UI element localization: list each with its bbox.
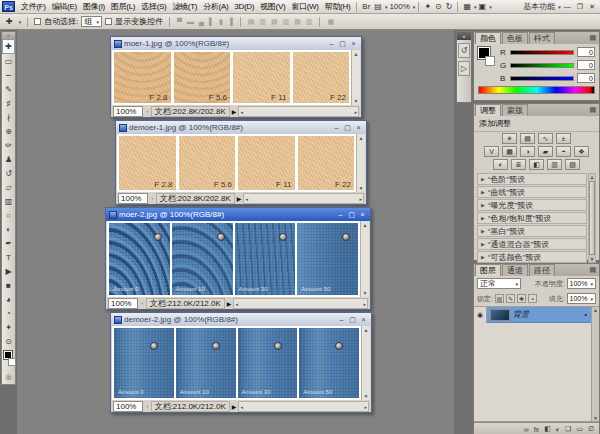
arrange-documents-icon[interactable]: ▦: [461, 0, 473, 14]
zoom-percent-field[interactable]: 100%: [108, 298, 138, 309]
eraser-tool[interactable]: ▱: [2, 180, 15, 194]
invert-icon[interactable]: ◐: [493, 159, 508, 170]
curves-icon[interactable]: ∿: [538, 133, 553, 144]
rect-marquee-tool[interactable]: ▭: [2, 54, 15, 68]
gradient-tool[interactable]: ▥: [2, 194, 15, 208]
auto-select-checkbox[interactable]: [34, 18, 41, 25]
window-close-button[interactable]: ×: [358, 211, 367, 218]
clone-stamp-tool[interactable]: ♟: [2, 152, 15, 166]
fill-field[interactable]: 100%▾: [567, 293, 596, 304]
3d-orbit-tool[interactable]: ◔: [2, 306, 15, 320]
posterize-icon[interactable]: ≣: [511, 159, 526, 170]
align-vcenter-icon[interactable]: ▬: [186, 18, 195, 25]
vertical-scrollbar[interactable]: ▲▼: [351, 50, 360, 105]
menu-window[interactable]: 窗口(W): [288, 0, 321, 14]
preset-channel-mixer[interactable]: ▶“通道混合器”预设: [477, 238, 587, 250]
canvas-area[interactable]: Amount 0 Amount 10 Amount 30 Amount 50: [107, 221, 360, 297]
app-minimize-button[interactable]: —: [561, 3, 574, 10]
preset-selective-color[interactable]: ▶“可选颜色”预设: [477, 251, 587, 263]
distribute-left-icon[interactable]: ▥: [282, 18, 291, 26]
3d-rotate-tool[interactable]: ◕: [2, 292, 15, 306]
blue-slider[interactable]: [510, 76, 574, 81]
layer-visibility-toggle[interactable]: ◉: [474, 307, 487, 323]
scroll-up-icon[interactable]: ▲: [590, 174, 595, 180]
tab-layers[interactable]: 图层: [475, 264, 501, 276]
menu-file[interactable]: 文件(F): [18, 0, 49, 14]
lock-pixels-icon[interactable]: ✎: [506, 294, 515, 303]
menu-filter[interactable]: 滤镜(T): [169, 0, 200, 14]
scroll-down-icon[interactable]: ▼: [363, 290, 368, 296]
rotate-view-icon[interactable]: ↻: [444, 0, 455, 14]
scroll-up-icon[interactable]: ▲: [354, 51, 359, 57]
preset-black-white[interactable]: ▶“黑白”预设: [477, 225, 587, 237]
window-titlebar[interactable]: demoer-2.jpg @ 100%(RGB/8#) – ▢ ×: [111, 313, 371, 326]
hand-tool-icon[interactable]: ✦: [422, 0, 433, 14]
vibrance-icon[interactable]: V: [484, 146, 499, 157]
preset-hue-saturation[interactable]: ▶“色相/饱和度”预设: [477, 212, 587, 224]
green-slider[interactable]: [510, 63, 574, 68]
opacity-field[interactable]: 100%▾: [567, 278, 596, 289]
window-close-button[interactable]: ×: [359, 316, 368, 323]
distribute-hcenter-icon[interactable]: ▤: [293, 18, 302, 26]
scroll-left-icon[interactable]: ◂: [235, 301, 238, 307]
red-value-field[interactable]: 0: [577, 47, 595, 57]
zoom-level-dropdown[interactable]: 100%: [387, 0, 411, 14]
zoom-percent-field[interactable]: 100%: [113, 106, 143, 117]
vertical-scrollbar[interactable]: ▲▼: [361, 326, 370, 400]
scroll-right-icon[interactable]: ▸: [354, 109, 357, 115]
scroll-up-icon[interactable]: ▲: [363, 222, 368, 228]
black-white-icon[interactable]: ▰: [538, 146, 553, 157]
hue-saturation-icon[interactable]: ▦: [502, 146, 517, 157]
align-hcenter-icon[interactable]: ▮: [218, 18, 224, 26]
horizontal-scrollbar[interactable]: ◂▸: [238, 401, 369, 412]
menu-help[interactable]: 帮助(H): [322, 0, 354, 14]
horizontal-scrollbar[interactable]: ◂▸: [243, 193, 364, 204]
screen-mode-icon[interactable]: ▣: [477, 0, 489, 14]
new-group-icon[interactable]: ❏: [565, 425, 571, 433]
green-value-field[interactable]: 0: [577, 60, 595, 70]
launch-bridge-button[interactable]: Br: [360, 0, 372, 14]
preset-curves[interactable]: ▶“曲线”预设: [477, 186, 587, 198]
pen-tool[interactable]: ✒: [2, 236, 15, 250]
tab-swatches[interactable]: 色板: [502, 32, 528, 44]
lock-position-icon[interactable]: ✚: [517, 294, 526, 303]
blue-value-field[interactable]: 0: [577, 73, 595, 83]
view-extras-icon[interactable]: ▤: [372, 0, 384, 14]
red-slider[interactable]: [510, 50, 574, 55]
scroll-right-icon[interactable]: ▸: [359, 196, 362, 202]
window-restore-button[interactable]: ▢: [343, 124, 352, 132]
gradient-map-icon[interactable]: ▥: [547, 159, 562, 170]
window-minimize-button[interactable]: –: [336, 211, 345, 218]
distribute-top-icon[interactable]: ▤: [247, 18, 256, 26]
threshold-icon[interactable]: ◧: [529, 159, 544, 170]
toolbar-grip[interactable]: «: [2, 32, 15, 39]
window-restore-button[interactable]: ▢: [348, 316, 357, 324]
status-menu-arrow[interactable]: ▶: [237, 195, 242, 202]
horizontal-scrollbar[interactable]: ◂▸: [238, 106, 359, 117]
canvas-area[interactable]: F 2.8 F 5.6 F 11 F 22: [112, 50, 351, 105]
collapse-panels-button[interactable]: «: [457, 32, 471, 40]
zoom-percent-field[interactable]: 100%: [118, 193, 148, 204]
align-top-icon[interactable]: ▀: [176, 18, 183, 25]
window-close-button[interactable]: ×: [349, 40, 358, 47]
scroll-down-icon[interactable]: ▼: [590, 256, 595, 262]
menu-view[interactable]: 视图(V): [257, 0, 288, 14]
lock-all-icon[interactable]: ▪: [528, 294, 537, 303]
scroll-left-icon[interactable]: ◂: [245, 196, 248, 202]
auto-select-dropdown[interactable]: 组▾: [81, 16, 102, 27]
scroll-down-icon[interactable]: ▼: [359, 185, 364, 191]
path-selection-tool[interactable]: ▶: [2, 264, 15, 278]
distribute-bottom-icon[interactable]: ▤: [270, 18, 279, 26]
quick-mask-button[interactable]: ◎: [2, 371, 15, 382]
type-tool[interactable]: T: [2, 250, 15, 264]
lock-transparent-icon[interactable]: ▨: [495, 294, 504, 303]
scroll-left-icon[interactable]: ◂: [240, 404, 243, 410]
window-minimize-button[interactable]: –: [337, 316, 346, 323]
zoom-percent-field[interactable]: 100%: [113, 401, 143, 412]
workspace-switcher[interactable]: 基本功能: [521, 0, 557, 14]
scroll-right-icon[interactable]: ▸: [364, 404, 367, 410]
new-layer-icon[interactable]: ▭: [576, 425, 583, 433]
distribute-vcenter-icon[interactable]: ▥: [258, 18, 267, 26]
show-transform-checkbox[interactable]: [105, 18, 112, 25]
background-color-swatch[interactable]: [8, 358, 16, 366]
